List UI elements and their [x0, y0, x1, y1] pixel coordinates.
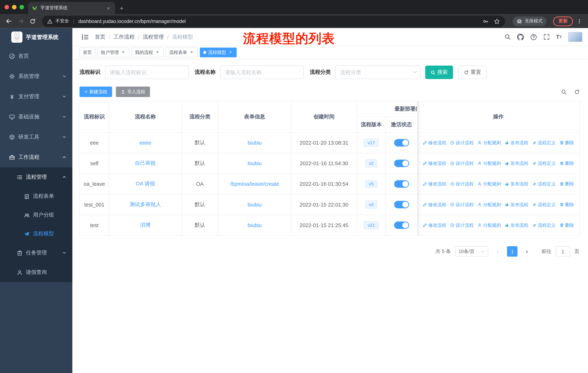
refresh-icon[interactable]: [574, 89, 580, 95]
delete-link[interactable]: 删除: [559, 222, 574, 229]
reset-button[interactable]: 重置: [458, 66, 487, 79]
import-process-button[interactable]: 导入流程: [116, 87, 150, 97]
github-icon[interactable]: [517, 33, 524, 40]
breadcrumb-workflow[interactable]: 工作流程: [114, 33, 135, 40]
active-toggle[interactable]: [394, 160, 409, 167]
process-definition-link[interactable]: 流程定义: [532, 181, 556, 187]
collapse-menu-icon[interactable]: [81, 33, 89, 40]
sidebar-item-process-form[interactable]: 流程表单: [0, 187, 72, 206]
delete-link[interactable]: 删除: [559, 140, 574, 146]
search-button[interactable]: 搜索: [425, 66, 453, 79]
user-avatar[interactable]: [568, 32, 582, 42]
process-name-link[interactable]: 自己审批: [135, 160, 156, 166]
active-toggle[interactable]: [394, 201, 409, 208]
form-info-link[interactable]: /bpm/oa/leave/create: [230, 181, 279, 187]
page-number-current[interactable]: 1: [507, 246, 518, 257]
browser-tab[interactable]: 芋道管理系统 ×: [28, 2, 115, 14]
process-definition-link[interactable]: 流程定义: [532, 140, 556, 146]
browser-update-button[interactable]: 更新: [553, 16, 573, 26]
delete-link[interactable]: 删除: [559, 181, 574, 187]
bookmark-star-icon[interactable]: [494, 18, 500, 24]
tab-close-icon[interactable]: ×: [105, 5, 111, 11]
modify-process-link[interactable]: 修改流程: [423, 160, 446, 167]
form-info-link[interactable]: biubiu: [248, 202, 262, 208]
page-size-select[interactable]: 10条/页: [455, 246, 488, 257]
tag-process-form[interactable]: 流程表单 ×: [166, 48, 198, 57]
assign-rule-link[interactable]: 分配规则: [477, 140, 501, 146]
goto-page-input[interactable]: [556, 246, 570, 257]
create-process-button[interactable]: + 新建流程: [79, 87, 112, 97]
font-size-icon[interactable]: TT: [556, 34, 562, 40]
publish-process-link[interactable]: 发布流程: [505, 181, 528, 187]
tag-my-process[interactable]: 我的流程 ×: [132, 48, 164, 57]
new-tab-button[interactable]: +: [120, 5, 124, 12]
back-icon[interactable]: [4, 16, 13, 26]
version-badge[interactable]: v4: [365, 200, 377, 209]
process-definition-link[interactable]: 流程定义: [532, 160, 556, 167]
design-process-link[interactable]: 设计流程: [450, 202, 474, 208]
search-icon[interactable]: [504, 34, 511, 40]
assign-rule-link[interactable]: 分配规则: [477, 202, 501, 208]
design-process-link[interactable]: 设计流程: [450, 160, 474, 167]
process-definition-link[interactable]: 流程定义: [532, 222, 556, 229]
version-badge[interactable]: v17: [364, 139, 378, 147]
publish-process-link[interactable]: 发布流程: [505, 140, 528, 146]
active-toggle[interactable]: [394, 222, 409, 229]
modify-process-link[interactable]: 修改流程: [423, 140, 446, 146]
reload-icon[interactable]: [28, 16, 37, 26]
active-toggle[interactable]: [394, 139, 409, 146]
forward-icon[interactable]: [16, 16, 25, 26]
process-id-input[interactable]: [105, 66, 189, 79]
process-category-select[interactable]: [335, 66, 421, 79]
sidebar-item-task-management[interactable]: 任务管理: [0, 243, 72, 263]
browser-menu-icon[interactable]: [577, 19, 582, 24]
sidebar-item-devtools[interactable]: 研发工具: [0, 127, 72, 147]
help-icon[interactable]: [530, 33, 537, 40]
assign-rule-link[interactable]: 分配规则: [477, 160, 501, 167]
modify-process-link[interactable]: 修改流程: [423, 181, 446, 187]
active-toggle[interactable]: [394, 180, 409, 188]
delete-link[interactable]: 删除: [559, 202, 574, 208]
sidebar-item-payment[interactable]: ¥ 支付管理: [0, 87, 72, 107]
assign-rule-link[interactable]: 分配规则: [477, 181, 501, 187]
sidebar-item-system[interactable]: 系统管理: [0, 66, 72, 87]
design-process-link[interactable]: 设计流程: [450, 181, 474, 187]
logo[interactable]: 芋道管理系统: [0, 28, 72, 46]
prev-page-button[interactable]: ‹: [493, 246, 502, 257]
sidebar-item-workflow[interactable]: 工作流程: [0, 147, 72, 168]
version-badge[interactable]: v21: [364, 221, 378, 229]
sidebar-item-home[interactable]: 首页: [0, 46, 72, 66]
close-icon[interactable]: ×: [121, 50, 126, 55]
design-process-link[interactable]: 设计流程: [450, 140, 474, 146]
delete-link[interactable]: 删除: [559, 160, 574, 167]
fullscreen-icon[interactable]: [543, 34, 550, 40]
maximize-window-button[interactable]: [20, 5, 24, 10]
close-window-button[interactable]: [5, 5, 9, 10]
assign-rule-link[interactable]: 分配规则: [477, 222, 501, 229]
breadcrumb-process-management[interactable]: 流程管理: [143, 33, 164, 40]
sidebar-item-process-model[interactable]: 流程模型: [0, 224, 72, 243]
close-icon[interactable]: ×: [189, 50, 194, 55]
process-name-link[interactable]: 滔博: [140, 222, 151, 228]
form-info-link[interactable]: biubiu: [248, 140, 262, 146]
breadcrumb-home[interactable]: 首页: [95, 33, 105, 40]
sidebar-item-infrastructure[interactable]: 基础设施: [0, 107, 72, 127]
process-name-link[interactable]: eeee: [139, 140, 151, 146]
password-key-icon[interactable]: [483, 18, 489, 24]
form-info-link[interactable]: biubiu: [248, 161, 262, 166]
version-badge[interactable]: v5: [365, 180, 377, 188]
close-icon[interactable]: ×: [228, 50, 233, 55]
publish-process-link[interactable]: 发布流程: [505, 202, 528, 208]
publish-process-link[interactable]: 发布流程: [505, 160, 528, 167]
version-badge[interactable]: v2: [365, 159, 377, 168]
process-name-link[interactable]: 测试多审批人: [130, 201, 161, 207]
tag-tenant[interactable]: 租户管理 ×: [97, 48, 129, 57]
design-process-link[interactable]: 设计流程: [450, 222, 474, 229]
show-search-icon[interactable]: [561, 89, 567, 95]
tag-home[interactable]: 首页: [79, 48, 95, 57]
address-bar[interactable]: 不安全 dashboard.yudao.iocoder.cn/bpm/manag…: [42, 15, 505, 27]
process-name-link[interactable]: OA 请假: [136, 181, 155, 187]
modify-process-link[interactable]: 修改流程: [423, 222, 446, 229]
process-category-value[interactable]: [335, 66, 421, 79]
close-icon[interactable]: ×: [155, 50, 160, 55]
